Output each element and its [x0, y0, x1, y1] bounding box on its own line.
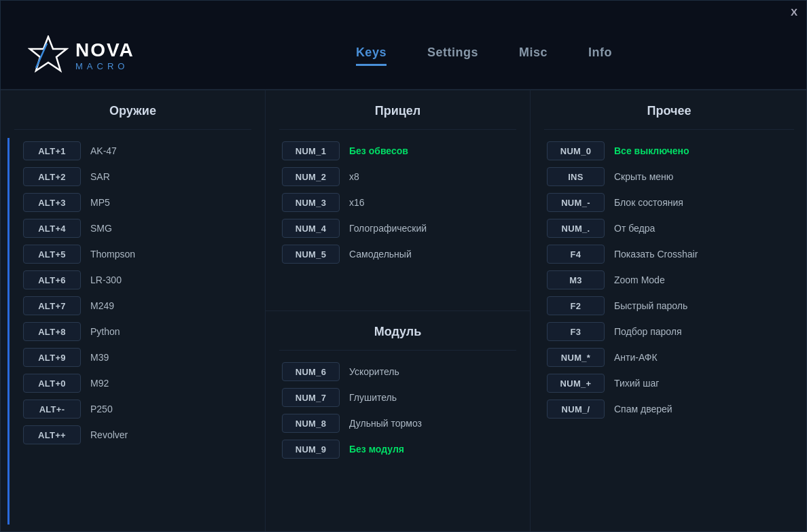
- value-label: Подбор пароля: [614, 326, 682, 337]
- list-item: ALT+7M249: [14, 293, 258, 319]
- list-item: ALT+3MP5: [14, 190, 258, 215]
- value-label: Показать Crosshair: [614, 249, 698, 260]
- key-button[interactable]: NUM_/: [547, 400, 605, 419]
- list-item: ALT++Revolver: [14, 422, 258, 448]
- list-item: NUM_5Самодельный: [272, 241, 523, 267]
- list-item: NUM_9Без модуля: [272, 436, 523, 462]
- list-item: NUM_6Ускоритель: [272, 359, 523, 385]
- list-item: NUM_+Тихий шаг: [537, 370, 801, 396]
- other-panel-title: Прочее: [544, 104, 794, 130]
- list-item: NUM_7Глушитель: [272, 385, 523, 410]
- list-item: NUM_4Голографический: [272, 215, 523, 241]
- key-button[interactable]: ALT+8: [23, 322, 81, 341]
- key-button[interactable]: NUM_.: [547, 219, 605, 238]
- logo-nova-label: NOVA: [75, 41, 134, 60]
- list-item: INSСкрыть меню: [537, 164, 801, 190]
- value-label: Без обвесов: [349, 145, 408, 156]
- list-item: NUM_.От бедра: [537, 215, 801, 241]
- list-item: NUM_1Без обвесов: [272, 138, 523, 164]
- key-button[interactable]: ALT+9: [23, 348, 81, 367]
- tab-misc[interactable]: Misc: [519, 46, 548, 66]
- key-button[interactable]: NUM_3: [282, 193, 340, 212]
- svg-marker-0: [30, 37, 67, 71]
- key-button[interactable]: NUM_0: [547, 141, 605, 160]
- value-label: M92: [90, 378, 109, 389]
- close-button[interactable]: X: [791, 6, 798, 18]
- value-label: Все выключено: [614, 145, 689, 156]
- value-label: От бедра: [614, 223, 655, 234]
- value-label: Блок состояния: [614, 197, 683, 208]
- value-label: Спам дверей: [614, 404, 672, 414]
- scope-panel-title: Прицел: [279, 104, 516, 130]
- weapons-panel-content: ALT+1AK-47ALT+2SARALT+3MP5ALT+4SMGALT+5T…: [7, 138, 265, 525]
- tab-info[interactable]: Info: [588, 46, 612, 66]
- value-label: SAR: [90, 171, 110, 182]
- value-label: x16: [349, 197, 365, 208]
- value-label: x8: [349, 171, 359, 182]
- key-button[interactable]: ALT+2: [23, 167, 81, 186]
- app-window: X NOVA MACRO Keys Settings Misc Info Ору…: [0, 0, 807, 532]
- key-button[interactable]: F3: [547, 322, 605, 341]
- key-button[interactable]: NUM_-: [547, 193, 605, 212]
- weapons-panel-title: Оружие: [14, 104, 251, 130]
- title-bar: X: [1, 1, 806, 22]
- key-button[interactable]: NUM_6: [282, 362, 340, 381]
- value-label: Анти-АФК: [614, 352, 658, 363]
- key-button[interactable]: NUM_2: [282, 167, 340, 186]
- key-button[interactable]: NUM_9: [282, 440, 340, 459]
- key-button[interactable]: ALT+-: [23, 400, 81, 419]
- middle-panel: Прицел NUM_1Без обвесовNUM_2x8NUM_3x16NU…: [266, 90, 531, 531]
- list-item: ALT+-P250: [14, 396, 258, 422]
- list-item: NUM_-Блок состояния: [537, 190, 801, 215]
- key-button[interactable]: ALT+6: [23, 270, 81, 289]
- value-label: M39: [90, 352, 109, 363]
- scope-panel-content: NUM_1Без обвесовNUM_2x8NUM_3x16NUM_4Голо…: [266, 138, 530, 304]
- key-button[interactable]: M3: [547, 270, 605, 289]
- list-item: ALT+2SAR: [14, 164, 258, 190]
- list-item: F4Показать Crosshair: [537, 241, 801, 267]
- key-button[interactable]: NUM_1: [282, 141, 340, 160]
- key-button[interactable]: ALT++: [23, 425, 81, 444]
- key-button[interactable]: ALT+5: [23, 245, 81, 264]
- list-item: ALT+4SMG: [14, 215, 258, 241]
- scope-panel: Прицел NUM_1Без обвесовNUM_2x8NUM_3x16NU…: [266, 90, 530, 311]
- tab-settings[interactable]: Settings: [427, 46, 478, 66]
- module-panel-title: Модуль: [279, 325, 516, 351]
- list-item: NUM_0Все выключено: [537, 138, 801, 164]
- value-label: SMG: [90, 223, 112, 234]
- key-button[interactable]: ALT+0: [23, 374, 81, 393]
- key-button[interactable]: NUM_8: [282, 414, 340, 433]
- list-item: NUM_3x16: [272, 190, 523, 215]
- logo-area: NOVA MACRO: [28, 35, 134, 76]
- key-button[interactable]: ALT+4: [23, 219, 81, 238]
- list-item: NUM_/Спам дверей: [537, 396, 801, 422]
- value-label: AK-47: [90, 145, 117, 156]
- key-button[interactable]: NUM_4: [282, 219, 340, 238]
- other-panel-content: NUM_0Все выключеноINSСкрыть менюNUM_-Бло…: [531, 138, 806, 525]
- nav-tabs: Keys Settings Misc Info: [189, 46, 779, 66]
- value-label: Самодельный: [349, 249, 412, 260]
- tab-keys[interactable]: Keys: [356, 46, 387, 66]
- value-label: Глушитель: [349, 392, 397, 403]
- key-button[interactable]: NUM_7: [282, 388, 340, 407]
- key-button[interactable]: NUM_*: [547, 348, 605, 367]
- list-item: ALT+0M92: [14, 370, 258, 396]
- logo-star-icon: [28, 35, 69, 76]
- value-label: Дульный тормоз: [349, 418, 422, 429]
- value-label: LR-300: [90, 274, 122, 285]
- list-item: ALT+5Thompson: [14, 241, 258, 267]
- key-button[interactable]: INS: [547, 167, 605, 186]
- list-item: ALT+6LR-300: [14, 267, 258, 293]
- key-button[interactable]: ALT+1: [23, 141, 81, 160]
- key-button[interactable]: F4: [547, 245, 605, 264]
- value-label: P250: [90, 404, 113, 414]
- key-button[interactable]: NUM_+: [547, 374, 605, 393]
- key-button[interactable]: ALT+3: [23, 193, 81, 212]
- key-button[interactable]: NUM_5: [282, 245, 340, 264]
- value-label: Тихий шаг: [614, 378, 659, 389]
- module-panel-content: NUM_6УскорительNUM_7ГлушительNUM_8Дульны…: [266, 359, 530, 525]
- key-button[interactable]: ALT+7: [23, 296, 81, 315]
- key-button[interactable]: F2: [547, 296, 605, 315]
- value-label: Голографический: [349, 223, 427, 234]
- list-item: ALT+1AK-47: [14, 138, 258, 164]
